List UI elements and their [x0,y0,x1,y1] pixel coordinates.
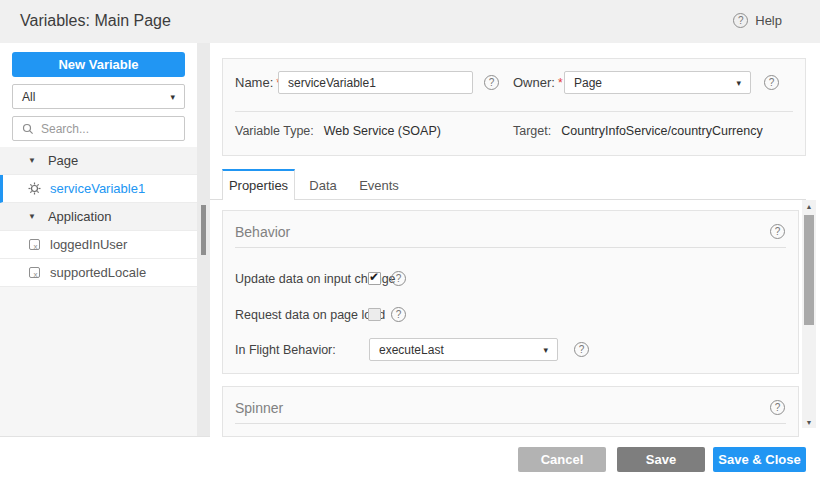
required-asterisk: * [558,76,563,90]
tab-properties[interactable]: Properties [222,169,295,200]
chevron-down-icon: ▾ [170,92,175,102]
update-on-input-change-checkbox[interactable]: ✔ [368,272,381,285]
tree-item-label: serviceVariable1 [50,181,145,196]
page-title: Variables: Main Page [20,12,171,30]
help-question-icon: ? [733,13,748,28]
variables-dialog: Variables: Main Page ? Help New Variable… [0,0,820,487]
in-flight-behavior-label: In Flight Behavior: [235,343,336,357]
chevron-down-icon: ▾ [543,345,548,355]
in-flight-behavior-value: executeLast [379,343,543,357]
new-variable-button[interactable]: New Variable [12,52,185,77]
in-flight-behavior-select[interactable]: executeLast ▾ [369,338,558,361]
in-flight-behavior-help-icon[interactable]: ? [574,342,589,357]
help-label: Help [755,13,782,28]
request-on-page-load-help-icon[interactable]: ? [391,307,406,322]
tree-item-label: supportedLocale [50,265,146,280]
tree-item-servicevariable1[interactable]: serviceVariable1 [0,175,197,203]
service-variable-icon [27,182,41,196]
behavior-title: Behavior [235,224,290,240]
variable-name-input[interactable] [278,71,473,94]
tree-group-label: Application [48,209,112,224]
sidebar-scrollbar[interactable] [197,43,210,437]
search-input[interactable] [41,122,171,136]
save-and-close-button[interactable]: Save & Close [713,447,806,472]
variable-type-value: Web Service (SOAP) [324,124,441,138]
panel-divider [235,111,793,112]
tree-item-supportedlocale[interactable]: x supportedLocale [0,259,197,287]
spinner-help-icon[interactable]: ? [770,400,785,415]
update-on-input-change-help-icon[interactable]: ? [391,271,406,286]
variable-summary-panel: Name: * ? Owner: * Page ▾ ? Variable Typ… [222,58,806,156]
content-scrollbar-thumb[interactable] [804,215,814,325]
owner-select[interactable]: Page ▾ [564,71,751,94]
behavior-help-icon[interactable]: ? [770,224,785,239]
tab-data[interactable]: Data [300,171,346,199]
model-variable-icon: x [27,266,41,280]
request-on-page-load-label: Request data on page load [235,308,385,322]
sidebar-scrollbar-thumb[interactable] [201,205,206,255]
chevron-down-icon: ▾ [736,78,741,88]
owner-help-icon[interactable]: ? [764,75,779,90]
tree-item-label: loggedInUser [50,237,127,252]
save-button[interactable]: Save [617,447,705,472]
variable-search-box[interactable] [12,116,185,141]
variable-filter-select[interactable]: All ▾ [12,84,185,109]
target-value: CountryInfoService/countryCurrency [561,124,762,138]
tabbar-baseline [210,199,806,200]
section-divider [235,423,786,424]
tab-events[interactable]: Events [352,171,406,199]
behavior-section: Behavior ? Update data on input change ✔… [222,210,799,374]
tree-group-label: Page [48,153,78,168]
model-variable-icon: x [27,238,41,252]
name-label: Name: [235,75,273,90]
target-label: Target: [513,124,551,138]
variables-sidebar: New Variable All ▾ ▼ Page serviceV [0,43,197,437]
tree-expanded-icon: ▼ [28,212,36,221]
owner-selected-value: Page [574,76,736,90]
check-icon: ✔ [369,270,379,284]
owner-label: Owner: [513,75,555,90]
dialog-footer: Cancel Save Save & Close [0,437,820,487]
name-help-icon[interactable]: ? [484,75,499,90]
variables-tree: ▼ Page serviceVariable1 ▼ Application x … [0,147,197,287]
search-icon [21,122,35,136]
cancel-button[interactable]: Cancel [518,447,606,472]
section-divider [235,247,786,248]
scroll-down-icon[interactable]: ▼ [802,416,816,428]
tree-expanded-icon: ▼ [28,156,36,165]
tree-group-page[interactable]: ▼ Page [0,147,197,175]
content-scrollbar[interactable]: ▲ ▼ [802,200,816,428]
filter-selected-value: All [22,90,170,104]
dialog-header: Variables: Main Page ? Help [0,0,820,43]
help-button[interactable]: ? Help [733,13,782,28]
scroll-up-icon[interactable]: ▲ [802,200,816,212]
spinner-section: Spinner ? [222,386,799,437]
sidebar-controls: New Variable All ▾ [0,43,197,147]
variable-type-label: Variable Type: [235,124,314,138]
spinner-title: Spinner [235,400,283,416]
tree-item-loggedinuser[interactable]: x loggedInUser [0,231,197,259]
tree-group-application[interactable]: ▼ Application [0,203,197,231]
request-on-page-load-checkbox[interactable] [368,308,381,321]
